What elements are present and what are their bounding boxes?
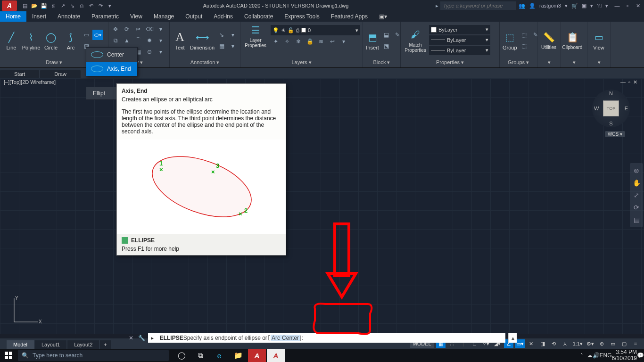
tray-notif-icon[interactable]: 💬 bbox=[637, 352, 644, 359]
tray-up-icon[interactable]: ˄ bbox=[580, 353, 583, 359]
arc-button[interactable]: ⟆Arc bbox=[61, 30, 80, 51]
qat-web2-icon[interactable]: ↘ bbox=[68, 1, 76, 10]
cmd-customize-icon[interactable]: 🔧 bbox=[138, 334, 145, 342]
group-button[interactable]: ⬚Group bbox=[502, 30, 518, 51]
tab-insert[interactable]: Insert bbox=[26, 11, 52, 22]
explorer-icon[interactable]: 📁 bbox=[229, 349, 247, 362]
wcs-label[interactable]: WCS ▾ bbox=[605, 131, 625, 137]
qat-saveas-icon[interactable]: ⎘ bbox=[49, 1, 58, 10]
polyline-button[interactable]: ⌇Polyline bbox=[22, 30, 41, 51]
attr-icon[interactable]: ⬔ bbox=[381, 41, 391, 51]
restore-button[interactable]: ▫ bbox=[623, 2, 632, 9]
ellipse-axis-end-item[interactable]: Axis, End bbox=[86, 62, 137, 76]
help-icon[interactable]: ?⃝ bbox=[597, 3, 602, 8]
trim-icon[interactable]: ✂ bbox=[133, 24, 143, 34]
drawing-canvas[interactable]: [–][Top][2D Wireframe] — ▫ ✕ TOP N S E W… bbox=[0, 78, 644, 334]
dimension-button[interactable]: ⟷Dimension bbox=[189, 30, 215, 51]
status-lwt-icon[interactable]: ✕ bbox=[527, 339, 536, 348]
panel-properties-title[interactable]: Properties ▾ bbox=[403, 58, 497, 66]
viewcube-n[interactable]: N bbox=[609, 90, 613, 96]
status-annoscale-icon[interactable]: ⅄ bbox=[561, 339, 570, 348]
filetab-start[interactable]: Start bbox=[0, 70, 39, 78]
explode-icon[interactable]: ✹ bbox=[144, 35, 155, 46]
insert-button[interactable]: ⬒Insert bbox=[365, 30, 380, 51]
modify1-icon[interactable]: ▾ bbox=[156, 24, 166, 34]
minimize-button[interactable]: — bbox=[613, 2, 621, 9]
circle-button[interactable]: ◯Circle bbox=[41, 30, 60, 51]
layer-properties-button[interactable]: ☰Layer Properties bbox=[242, 23, 269, 49]
rotate-icon[interactable]: ⟳ bbox=[122, 24, 132, 34]
cmd-history-icon[interactable]: ▴ bbox=[508, 333, 517, 343]
anno2-icon[interactable]: ▾ bbox=[228, 30, 238, 40]
create-block-icon[interactable]: ⬓ bbox=[381, 30, 391, 40]
qat-undo-icon[interactable]: ↶ bbox=[87, 1, 95, 10]
viewcube-s[interactable]: S bbox=[609, 121, 612, 126]
tab-view[interactable]: View bbox=[124, 11, 148, 22]
view-button[interactable]: ▭View bbox=[589, 30, 608, 51]
clipboard-button[interactable]: 📋Clipboard bbox=[563, 30, 582, 51]
cmd-opt-arc[interactable]: Arc bbox=[271, 335, 281, 341]
tray-clock[interactable]: 3:54 PM6/10/2019 bbox=[612, 349, 637, 362]
user-icon[interactable]: 👤 bbox=[529, 3, 536, 9]
tab-addins[interactable]: Add-ins bbox=[208, 11, 239, 22]
vp-close-icon[interactable]: ✕ bbox=[633, 79, 637, 85]
status-scale[interactable]: 1:1▾ bbox=[572, 339, 584, 348]
qat-save-icon[interactable]: 💾 bbox=[40, 1, 48, 10]
tab-featured[interactable]: Featured Apps bbox=[325, 11, 373, 22]
status-gear-icon[interactable]: ⚙▾ bbox=[586, 339, 595, 348]
tab-manage[interactable]: Manage bbox=[148, 11, 180, 22]
layer-match-icon[interactable]: ≋ bbox=[316, 36, 326, 47]
start-button[interactable] bbox=[0, 349, 17, 362]
linetype-combo[interactable]: ByLayer▾ bbox=[429, 46, 490, 55]
dropdown-icon[interactable]: ▾ bbox=[590, 3, 593, 9]
erase-icon[interactable]: ⌫ bbox=[144, 24, 155, 34]
layer-frz-icon[interactable]: ❄ bbox=[293, 36, 304, 47]
status-monitor-icon[interactable]: ▭ bbox=[608, 339, 618, 348]
close-button[interactable]: ✕ bbox=[634, 2, 642, 9]
tab-collaborate[interactable]: Collaborate bbox=[239, 11, 279, 22]
edge-icon[interactable]: e bbox=[210, 349, 228, 362]
command-input[interactable]: ▸_ ELLIPSE Specify axis endpoint of elli… bbox=[148, 333, 505, 343]
qat-plot-icon[interactable]: ⎙ bbox=[77, 1, 86, 10]
status-custom-icon[interactable]: ≡ bbox=[631, 339, 640, 348]
filetab-drawing1[interactable]: Draw bbox=[40, 70, 81, 78]
status-cycle-icon[interactable]: ⟲ bbox=[549, 339, 559, 348]
modify2-icon[interactable]: ▾ bbox=[156, 35, 166, 46]
layer-iso-icon[interactable]: ✧ bbox=[282, 36, 292, 47]
exchange-icon[interactable]: 🛒 bbox=[571, 3, 578, 9]
viewcube-w[interactable]: W bbox=[594, 106, 599, 111]
tab-annotate[interactable]: Annotate bbox=[52, 11, 86, 22]
status-ws-icon[interactable]: ⊕ bbox=[597, 339, 606, 348]
cmd-close-icon[interactable]: ✕ bbox=[127, 334, 135, 342]
cortana-icon[interactable]: ◯ bbox=[173, 349, 190, 362]
rect-icon[interactable]: ▭ bbox=[81, 30, 91, 40]
color-combo[interactable]: ByLayer▾ bbox=[429, 25, 490, 34]
copy-icon[interactable]: ⧉ bbox=[110, 35, 121, 46]
qat-web-icon[interactable]: ↗ bbox=[58, 1, 67, 10]
search-input[interactable] bbox=[440, 1, 516, 10]
autocad-task-icon[interactable]: A bbox=[248, 349, 266, 362]
ellipse-split[interactable]: ⬭▾ bbox=[92, 30, 103, 40]
table-icon[interactable]: ▦ bbox=[216, 41, 227, 51]
taskview-icon[interactable]: ⧉ bbox=[191, 349, 209, 362]
layer-off-icon[interactable]: ✦ bbox=[271, 36, 281, 47]
ungroup-icon[interactable]: ⬚ bbox=[519, 30, 529, 40]
status-trans-icon[interactable]: ◨ bbox=[538, 339, 547, 348]
layer-combo[interactable]: 💡☀🔓⎙0▾ bbox=[271, 25, 360, 35]
qat-open-icon[interactable]: 📂 bbox=[30, 1, 39, 10]
viewcube-top[interactable]: TOP bbox=[603, 100, 619, 116]
tray-lang[interactable]: ENG bbox=[600, 352, 612, 359]
utilities-button[interactable]: 📏Utilities bbox=[539, 30, 558, 51]
match-properties-button[interactable]: 🖌Match Properties bbox=[403, 27, 428, 54]
username[interactable]: rastgom3 bbox=[539, 3, 561, 8]
line-button[interactable]: ╱Line bbox=[2, 30, 21, 51]
viewcube-e[interactable]: E bbox=[625, 106, 628, 111]
anno3-icon[interactable]: ▾ bbox=[228, 41, 238, 51]
offset-icon[interactable]: ⊖ bbox=[144, 47, 155, 57]
tab-home[interactable]: Home bbox=[0, 11, 26, 22]
vp-min-icon[interactable]: — bbox=[620, 79, 626, 85]
lineweight-combo[interactable]: ByLayer▾ bbox=[429, 35, 490, 45]
tab-extra-icon[interactable]: ▣▾ bbox=[373, 11, 393, 22]
fillet-icon[interactable]: ⌒ bbox=[133, 35, 143, 46]
tray-cloud-icon[interactable]: ☁ bbox=[587, 352, 593, 359]
